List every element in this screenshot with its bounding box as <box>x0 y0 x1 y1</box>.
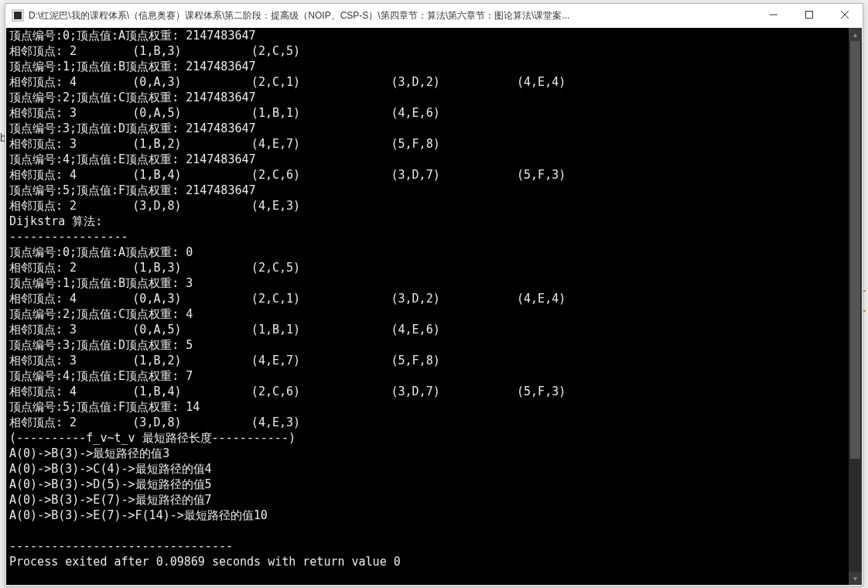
chevron-up-icon: ▴ <box>853 30 857 39</box>
scroll-down-button[interactable]: ▾ <box>849 572 862 585</box>
svg-rect-3 <box>806 12 813 19</box>
svg-rect-1 <box>14 12 22 19</box>
scroll-track[interactable] <box>849 41 862 572</box>
app-icon <box>12 9 24 22</box>
maximize-button[interactable] <box>791 4 827 27</box>
console-text: 顶点编号:0;顶点值:A顶点权重: 2147483647 相邻顶点: 2 (1,… <box>6 28 862 569</box>
window-controls <box>756 4 863 27</box>
scroll-thumb[interactable] <box>850 41 860 459</box>
console-output-area[interactable]: 顶点编号:0;顶点值:A顶点权重: 2147483647 相邻顶点: 2 (1,… <box>6 28 862 585</box>
close-icon <box>841 10 849 21</box>
minimize-icon <box>770 10 777 21</box>
scroll-up-button[interactable]: ▴ <box>849 28 862 41</box>
window-title: D:\红泥巴\我的课程体系\（信息奥赛）课程体系\第二阶段：提高级（NOIP、C… <box>29 9 569 22</box>
maximize-icon <box>805 10 813 21</box>
title-bar[interactable]: D:\红泥巴\我的课程体系\（信息奥赛）课程体系\第二阶段：提高级（NOIP、C… <box>5 4 863 27</box>
vertical-scrollbar[interactable]: ▴ ▾ <box>849 28 862 585</box>
chevron-down-icon: ▾ <box>853 574 857 583</box>
minimize-button[interactable] <box>756 4 791 27</box>
close-button[interactable] <box>827 4 863 27</box>
console-window: D:\红泥巴\我的课程体系\（信息奥赛）课程体系\第二阶段：提高级（NOIP、C… <box>5 3 863 586</box>
